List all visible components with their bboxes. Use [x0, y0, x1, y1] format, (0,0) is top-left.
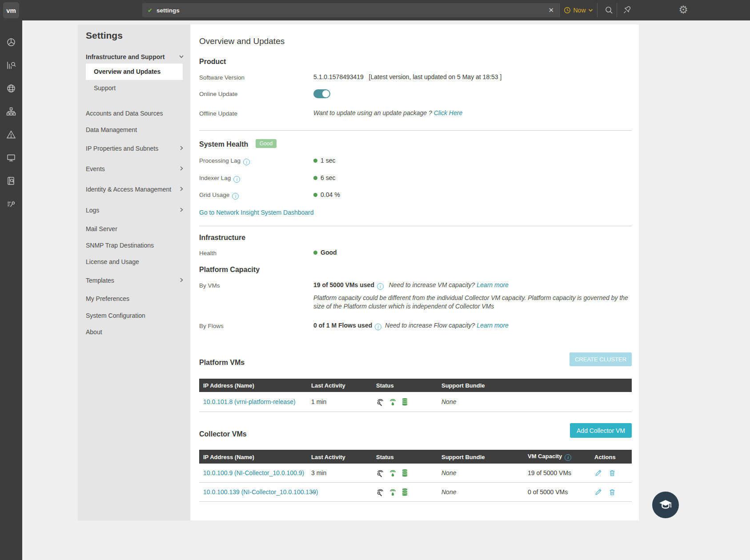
pinboard-edit-icon[interactable] [6, 199, 16, 209]
learning-widget-button[interactable] [652, 492, 679, 518]
nav-item-infrastructure-and-support[interactable]: Infrastructure and Support [86, 53, 184, 60]
status-icons [376, 488, 409, 496]
vmware-logo[interactable]: vm [3, 2, 19, 18]
info-icon[interactable]: i [243, 159, 250, 165]
status-icons [376, 397, 409, 406]
nav-item-events[interactable]: Events [86, 165, 184, 172]
delete-icon[interactable] [608, 469, 616, 477]
close-icon[interactable]: ✕ [548, 6, 554, 14]
infrastructure-section-heading: Infrastructure [199, 234, 245, 242]
by-flows-value: 0 of 1 M Flows usedi Need to increase Fl… [313, 322, 509, 330]
bar-chart-search-icon[interactable] [6, 60, 16, 71]
info-icon[interactable]: i [232, 193, 239, 200]
edit-icon[interactable] [594, 469, 602, 477]
connectivity-wrench-icon [376, 397, 385, 406]
search-icon [605, 6, 614, 15]
nav-item-accounts-and-data-sources[interactable]: Accounts and Data Sources [86, 110, 184, 117]
time-range-dropdown[interactable]: Now [559, 3, 598, 17]
processing-lag-label: Processing Lagi [199, 157, 250, 165]
data-stream-icon [389, 468, 397, 477]
gear-icon[interactable]: ⚙ [677, 3, 690, 17]
status-icons [376, 468, 409, 477]
platform-capacity-section-heading: Platform Capacity [199, 266, 260, 274]
pin-button[interactable] [619, 3, 634, 17]
last-activity-value: 1 min [311, 398, 326, 405]
chevron-right-icon [179, 166, 184, 171]
support-bundle-value: None [441, 488, 456, 496]
database-icon [401, 397, 409, 406]
nav-item-ip-properties-and-subnets[interactable]: IP Properties and Subnets [86, 145, 184, 152]
flow-capacity-learn-more-link[interactable]: Learn more [477, 322, 509, 329]
pin-icon [622, 6, 631, 15]
nav-item-mail-server[interactable]: Mail Server [86, 225, 184, 232]
nav-item-overview-and-updates[interactable]: Overview and Updates [86, 64, 183, 80]
click-here-link[interactable]: Click Here [434, 109, 463, 116]
search-input[interactable]: ✔ settings ✕ [142, 3, 559, 17]
grid-usage-value: 0.04 % [313, 191, 340, 198]
info-icon[interactable]: i [375, 324, 381, 330]
by-vms-value: 19 of 5000 VMs usedi Need to increase VM… [313, 281, 509, 290]
online-update-toggle[interactable] [313, 89, 330, 98]
nav-item-system-configuration[interactable]: System Configuration [86, 312, 184, 319]
collector-vms-table: IP Address (Name) Last Activity Status S… [199, 450, 632, 502]
nav-item-my-preferences[interactable]: My Preferences [86, 295, 184, 302]
processing-lag-value: 1 sec [313, 157, 335, 164]
online-update-label: Online Update [199, 91, 237, 97]
desktop-icon[interactable] [6, 152, 16, 163]
chevron-right-icon [179, 186, 184, 192]
delete-icon[interactable] [608, 488, 616, 496]
search-button[interactable] [601, 3, 617, 17]
time-range-label: Now [573, 7, 586, 14]
globe-icon[interactable] [6, 83, 16, 94]
clock-icon [564, 7, 571, 14]
search-query-text: settings [156, 7, 549, 14]
nav-item-license-and-usage[interactable]: License and Usage [86, 258, 184, 265]
chevron-down-icon [179, 54, 184, 59]
indexer-lag-label: Indexer Lagi [199, 175, 240, 183]
collector-vm-link[interactable]: 10.0.100.139 (NI-Collector_10.0.100.139) [203, 488, 318, 496]
platform-vms-table-header: IP Address (Name) Last Activity Status S… [199, 379, 632, 392]
nav-item-templates[interactable]: Templates [86, 277, 184, 284]
database-icon [401, 468, 409, 477]
nav-item-support[interactable]: Support [94, 84, 184, 92]
nav-item-snmp-trap-destinations[interactable]: SNMP Trap Destinations [86, 242, 184, 249]
platform-vm-link[interactable]: 10.0.101.8 (vrni-platform-release) [203, 398, 296, 405]
by-flows-label: By Flows [199, 323, 224, 329]
alerts-icon[interactable] [6, 129, 16, 140]
info-icon[interactable]: i [233, 176, 240, 183]
product-section-heading: Product [199, 58, 226, 66]
chevron-right-icon [179, 145, 184, 151]
support-bundle-value: None [441, 469, 456, 476]
chevron-down-icon [588, 8, 593, 12]
system-health-section-heading: System Health Good [199, 139, 277, 148]
collector-vm-link[interactable]: 10.0.100.9 (NI-Collector_10.0.100.9) [203, 469, 304, 476]
database-icon [401, 488, 409, 496]
vm-capacity-value: 19 of 5000 VMs [528, 469, 571, 476]
info-icon[interactable]: i [565, 454, 571, 461]
nav-item-identity-access-management[interactable]: Identity & Access Management [86, 186, 184, 193]
nav-item-logs[interactable]: Logs [86, 207, 184, 214]
add-collector-vm-button[interactable]: Add Collector VM [570, 423, 632, 438]
table-row: 10.0.100.139 (NI-Collector_10.0.100.139)… [199, 483, 632, 502]
network-topology-icon[interactable] [6, 106, 16, 117]
by-vms-label: By VMs [199, 282, 220, 289]
edit-icon[interactable] [594, 488, 602, 496]
support-bundle-value: None [441, 398, 456, 405]
system-dashboard-link[interactable]: Go to Network Insight System Dashboard [199, 209, 314, 216]
top-bar: vm ✔ settings ✕ Now ⚙ [0, 0, 750, 20]
vm-capacity-learn-more-link[interactable]: Learn more [477, 281, 509, 288]
platform-capacity-note: Platform capacity could be different fro… [313, 294, 629, 311]
create-cluster-button[interactable]: CREATE CLUSTER [570, 352, 632, 366]
infra-health-value: Good [313, 249, 337, 256]
left-icon-rail [0, 20, 22, 560]
nav-item-data-management[interactable]: Data Management [86, 126, 184, 133]
table-row: 10.0.100.9 (NI-Collector_10.0.100.9) 3 m… [199, 464, 632, 483]
pie-chart-icon[interactable] [6, 37, 16, 48]
info-icon[interactable]: i [377, 283, 384, 290]
platform-vms-heading: Platform VMs [199, 359, 245, 367]
nav-item-about[interactable]: About [86, 328, 184, 336]
last-activity-value: -- [311, 488, 315, 496]
audit-log-search-icon[interactable] [6, 176, 16, 186]
status-dot-green [313, 193, 317, 197]
vm-capacity-value: 0 of 5000 VMs [528, 488, 568, 496]
